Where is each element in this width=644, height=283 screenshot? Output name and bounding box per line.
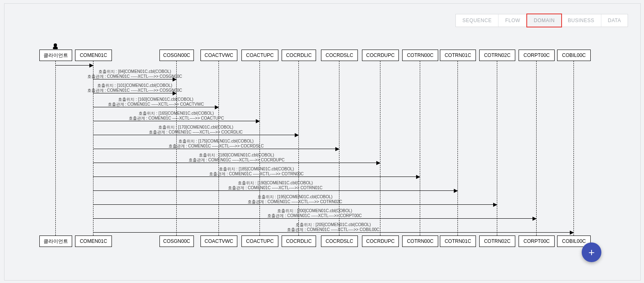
lifeline xyxy=(497,61,497,235)
participant-bottom-CORPT00C[interactable]: CORPT00C xyxy=(519,235,555,247)
message-label: 호출위치 : [180]COMEN01C.cbl(COBOL)호출관계 : CO… xyxy=(189,153,284,163)
participant-bottom-COSGN00C[interactable]: COSGN00C xyxy=(159,235,194,247)
participant-COACTVWC[interactable]: COACTVWC xyxy=(200,50,237,61)
participant-클라이언트[interactable]: 클라이언트 xyxy=(39,50,72,61)
sequence-diagram: 클라이언트클라이언트COMEN01CCOMEN01CCOSGN00CCOSGN0… xyxy=(5,4,640,280)
participant-COTRN02C[interactable]: COTRN02C xyxy=(479,50,515,61)
participant-bottom-COCRDLIC[interactable]: COCRDLIC xyxy=(282,235,316,247)
participant-COSGN00C[interactable]: COSGN00C xyxy=(159,50,194,61)
message-arrow-3[interactable] xyxy=(93,107,218,107)
message-arrow-0[interactable] xyxy=(55,65,93,66)
message-label: 호출위치 : [175]COMEN01C.cbl(COBOL)호출관계 : CO… xyxy=(168,139,264,149)
participant-bottom-COACTVWC[interactable]: COACTVWC xyxy=(200,235,237,247)
participant-bottom-COCRDSLC[interactable]: COCRDSLC xyxy=(321,235,358,247)
message-label: 호출위치 : [160]COMEN01C.cbl(COBOL)호출관계 : CO… xyxy=(108,97,204,107)
plus-icon: + xyxy=(588,246,594,258)
lifeline xyxy=(573,61,574,235)
tab-domain[interactable]: DOMAIN xyxy=(526,14,562,27)
message-arrow-7[interactable] xyxy=(93,163,380,163)
participant-CORPT00C[interactable]: CORPT00C xyxy=(519,50,555,61)
participant-bottom-클라이언트[interactable]: 클라이언트 xyxy=(39,235,72,247)
message-label: 호출위치 : [185]COMEN01C.cbl(COBOL)호출관계 : CO… xyxy=(209,167,304,177)
message-arrow-2[interactable] xyxy=(93,93,176,93)
message-label: 호출위치 : [170]COMEN01C.cbl(COBOL)호출관계 : CO… xyxy=(149,125,243,135)
participant-COCRDSLC[interactable]: COCRDSLC xyxy=(321,50,358,61)
message-arrow-8[interactable] xyxy=(93,177,420,177)
message-arrow-11[interactable] xyxy=(93,218,536,219)
message-arrow-5[interactable] xyxy=(93,135,298,135)
participant-COMEN01C[interactable]: COMEN01C xyxy=(75,50,112,61)
lifeline xyxy=(420,61,420,235)
message-arrow-10[interactable] xyxy=(93,204,497,205)
participant-bottom-COCRDUPC[interactable]: COCRDUPC xyxy=(362,235,399,247)
message-label: 호출위치 : [84]COMEN01C.cbl(COBOL)호출관계 : COM… xyxy=(87,69,182,79)
participant-bottom-COTRN02C[interactable]: COTRN02C xyxy=(479,235,515,247)
message-arrow-12[interactable] xyxy=(93,232,573,233)
participant-bottom-COTRN01C[interactable]: COTRN01C xyxy=(440,235,476,247)
diagram-canvas: SEQUENCEFLOWDOMAINBUSINESSDATA 클라이언트클라이언… xyxy=(4,3,641,281)
participant-bottom-COACTUPC[interactable]: COACTUPC xyxy=(241,235,278,247)
message-label: 호출위치 : [101]COMEN01C.cbl(COBOL)호출관계 : CO… xyxy=(87,83,182,93)
message-label: 호출위치 : [165]COMEN01C.cbl(COBOL)호출관계 : CO… xyxy=(129,111,224,121)
lifeline xyxy=(380,61,380,235)
lifeline xyxy=(536,61,537,235)
add-button[interactable]: + xyxy=(582,242,601,262)
message-label: 호출위치 : [190]COMEN01C.cbl(COBOL)호출관계 : CO… xyxy=(228,181,323,190)
participant-COCRDLIC[interactable]: COCRDLIC xyxy=(282,50,316,61)
participant-COACTUPC[interactable]: COACTUPC xyxy=(241,50,278,61)
message-label: 호출위치 : [195]COMEN01C.cbl(COBOL)호출관계 : CO… xyxy=(248,195,342,204)
message-arrow-9[interactable] xyxy=(93,190,457,191)
actor-icon xyxy=(52,43,58,49)
message-arrow-6[interactable] xyxy=(93,149,339,149)
participant-COBIL00C[interactable]: COBIL00C xyxy=(557,50,591,61)
lifeline xyxy=(457,61,458,235)
lifeline xyxy=(55,61,56,235)
participant-bottom-COTRN00C[interactable]: COTRN00C xyxy=(402,235,438,247)
participant-COCRDUPC[interactable]: COCRDUPC xyxy=(362,50,399,61)
participant-COTRN00C[interactable]: COTRN00C xyxy=(402,50,438,61)
message-arrow-1[interactable] xyxy=(93,79,176,79)
participant-COTRN01C[interactable]: COTRN01C xyxy=(440,50,476,61)
participant-bottom-COMEN01C[interactable]: COMEN01C xyxy=(75,235,112,247)
message-label: 호출위치 : [205]COMEN01C.cbl(COBOL)호출관계 : CO… xyxy=(287,222,379,232)
message-arrow-4[interactable] xyxy=(93,121,259,121)
message-label: 호출위치 : [200]COMEN01C.cbl(COBOL)호출관계 : CO… xyxy=(267,208,362,218)
